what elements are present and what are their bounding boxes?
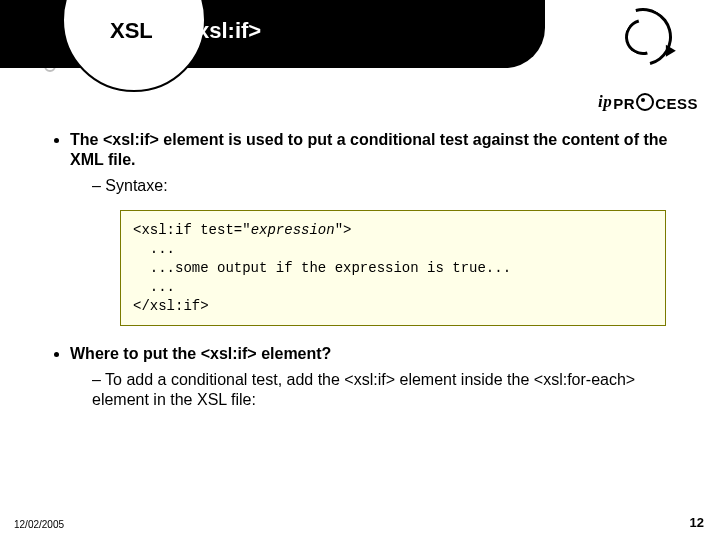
header-circle: [62, 0, 206, 92]
sub-bullet-item: To add a conditional test, add the <xsl:…: [92, 370, 678, 410]
sub-bullet-list: To add a conditional test, add the <xsl:…: [70, 370, 678, 410]
bullet-list: The <xsl:if> element is used to put a co…: [48, 130, 678, 196]
bullet-list: Where to put the <xsl:if> element? To ad…: [48, 344, 678, 410]
brand-ip: ip: [598, 92, 612, 112]
brand-cess: CESS: [655, 95, 698, 112]
gear-icon: [636, 93, 654, 111]
code-line: ...: [133, 279, 175, 295]
code-italic: expression: [251, 222, 335, 238]
code-line: ">: [335, 222, 352, 238]
bullet-text: Where to put the <xsl:if> element?: [70, 345, 331, 362]
slide: XSLT - <xsl:if> ip PR CESS The <xsl:if> …: [0, 0, 720, 540]
title-rest: T - <xsl:if>: [151, 18, 261, 43]
footer-page-number: 12: [690, 515, 704, 530]
code-line: <xsl:if test=": [133, 222, 251, 238]
code-line: ...some output if the expression is true…: [133, 260, 511, 276]
slide-body: The <xsl:if> element is used to put a co…: [48, 130, 678, 424]
bullet-text: The <xsl:if> element is used to put a co…: [70, 131, 667, 168]
code-line: </xsl:if>: [133, 298, 209, 314]
code-block: <xsl:if test="expression"> ... ...some o…: [120, 210, 666, 326]
title-prefix: XSL: [110, 18, 151, 43]
brand-logo: ip PR CESS: [598, 92, 698, 112]
slide-title: XSLT - <xsl:if>: [110, 18, 261, 44]
sub-bullet-list: Syntaxe:: [70, 176, 678, 196]
brand-pr: PR: [613, 95, 635, 112]
code-line: ...: [133, 241, 175, 257]
footer-date: 12/02/2005: [14, 519, 64, 530]
corner-swirl-icon: [592, 6, 702, 62]
sub-bullet-item: Syntaxe:: [92, 176, 678, 196]
bullet-item: The <xsl:if> element is used to put a co…: [70, 130, 678, 196]
bullet-item: Where to put the <xsl:if> element? To ad…: [70, 344, 678, 410]
